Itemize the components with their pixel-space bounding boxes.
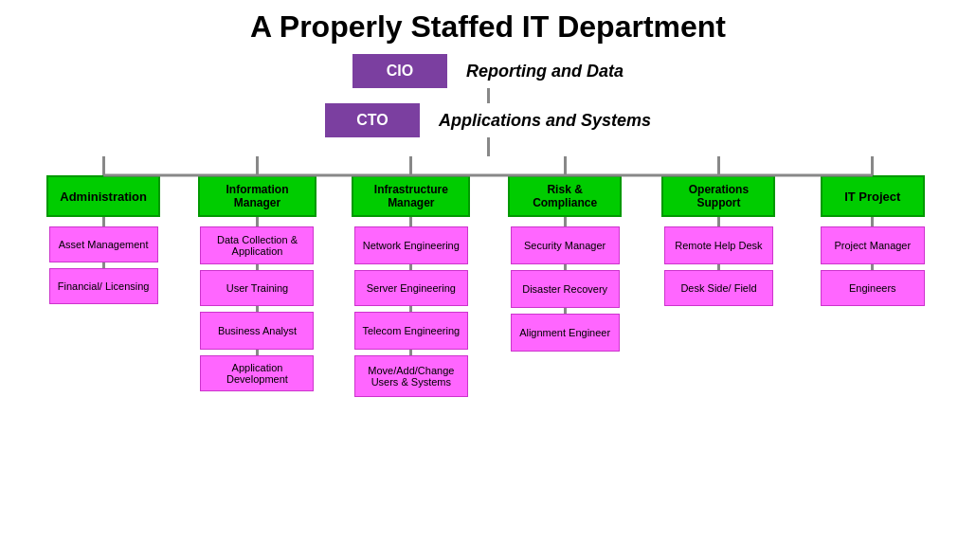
node-alignment-eng: Alignment Engineer bbox=[511, 314, 620, 352]
title: A Properly Staffed IT Department bbox=[19, 9, 957, 45]
node-security-mgr: Security Manager bbox=[511, 226, 620, 264]
node-move-add: Move/Add/Change Users & Systems bbox=[354, 355, 468, 397]
header-it-project: IT Project bbox=[821, 175, 925, 217]
node-project-mgr: Project Manager bbox=[821, 226, 925, 264]
node-asset-mgmt: Asset Management bbox=[49, 226, 158, 262]
node-app-dev: Application Development bbox=[200, 355, 314, 391]
node-remote-help-desk: Remote Help Desk bbox=[664, 226, 773, 264]
col-risk: Risk & Compliance Security Manager Disas… bbox=[497, 156, 634, 352]
node-business-analyst: Business Analyst bbox=[200, 312, 314, 350]
cto-label: Applications and Systems bbox=[439, 111, 651, 131]
col-info-mgr: Information Manager Data Collection & Ap… bbox=[189, 156, 326, 391]
node-engineers: Engineers bbox=[821, 270, 925, 306]
cio-node: CIO bbox=[352, 54, 447, 88]
node-desk-side: Desk Side/ Field bbox=[664, 270, 773, 306]
node-data-collection: Data Collection & Application bbox=[200, 226, 314, 264]
col-infra-mgr: Infrastructure Manager Network Engineeri… bbox=[342, 156, 479, 397]
col-admin: Administration Asset Management Financia… bbox=[35, 156, 172, 304]
col-it-project: IT Project Project Manager Engineers bbox=[804, 156, 941, 306]
header-infra-mgr: Infrastructure Manager bbox=[352, 175, 470, 217]
header-risk: Risk & Compliance bbox=[508, 175, 622, 217]
node-disaster-recovery: Disaster Recovery bbox=[511, 270, 620, 308]
header-admin: Administration bbox=[46, 175, 160, 217]
page: A Properly Staffed IT Department CIO Rep… bbox=[0, 0, 976, 560]
node-telecom-eng: Telecom Engineering bbox=[354, 312, 468, 350]
org-chart: CIO Reporting and Data CTO Applications … bbox=[19, 54, 957, 397]
header-info-mgr: Information Manager bbox=[198, 175, 316, 217]
node-network-eng: Network Engineering bbox=[354, 226, 468, 264]
node-server-eng: Server Engineering bbox=[354, 270, 468, 306]
node-user-training: User Training bbox=[200, 270, 314, 306]
header-ops-support: Operations Support bbox=[661, 175, 775, 217]
cio-label: Reporting and Data bbox=[466, 62, 624, 81]
node-financial: Financial/ Licensing bbox=[49, 268, 158, 304]
cto-node: CTO bbox=[325, 103, 420, 137]
col-ops-support: Operations Support Remote Help Desk Desk… bbox=[650, 156, 787, 306]
